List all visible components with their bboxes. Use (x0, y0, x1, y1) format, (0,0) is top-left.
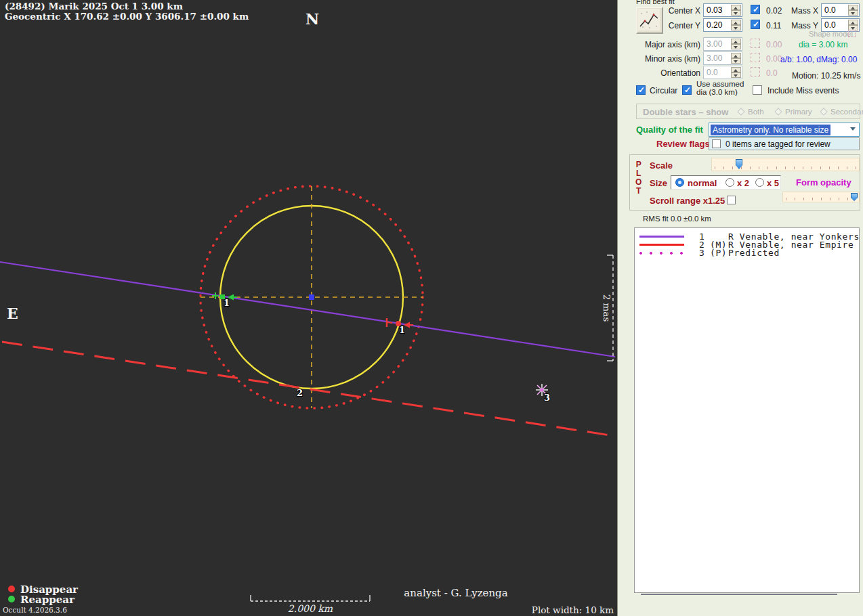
rms-fit-readout: RMS fit 0.0 ±0.0 km (643, 215, 711, 223)
scale-label: Scale (650, 160, 673, 171)
minor-axis-label: Minor axis (km) (631, 54, 700, 64)
scale-slider-thumb[interactable] (736, 159, 742, 169)
chord2-label: 2 (297, 388, 303, 398)
scale-slider[interactable] (711, 158, 860, 171)
use-assumed-dia-checkbox[interactable] (682, 85, 692, 95)
circular-label: Circular (650, 86, 677, 95)
observer-num: 3 (699, 248, 704, 257)
double-secondary-radio (820, 108, 827, 115)
minor-axis-value: 3.00 (707, 53, 722, 63)
center-x-err: 0.02 (766, 6, 782, 16)
observer-name: Predicted (728, 248, 780, 257)
km-scale-bar (251, 595, 370, 601)
fit-control-panel: Find best fit Center X 0.03 0.02 Mass X … (617, 0, 863, 616)
minor-axis-fit-checkbox (751, 53, 760, 62)
size-x2-radio[interactable] (725, 178, 734, 187)
major-axis-value: 3.00 (707, 39, 722, 49)
quality-selected-value: Astrometry only. No reliable size (711, 125, 830, 135)
use-assumed-line2: dia (3.0 km) (696, 89, 744, 97)
shape-model-checkbox (848, 30, 856, 37)
chord2-swatch (639, 244, 684, 246)
predicted-swatch (639, 252, 684, 255)
major-axis-err: 0.00 (766, 40, 782, 49)
east-label: E (7, 305, 18, 322)
orientation-value: 0.0 (707, 68, 718, 77)
chord1-end-label: 1 (399, 325, 405, 335)
orientation-err: 0.0 (766, 68, 778, 78)
quality-of-fit-dropdown[interactable]: Astrometry only. No reliable size (709, 123, 860, 137)
minor-axis-spin-arrows (731, 53, 741, 64)
center-mark[interactable] (309, 294, 314, 300)
chord1-start-label: 1 (224, 298, 230, 308)
dropdown-chevron-icon[interactable] (850, 127, 856, 131)
ab-dmag-readout: a/b: 1.00, dMag: 0.00 (780, 55, 857, 64)
major-axis-spin-arrows (731, 39, 741, 49)
plot-group-vertical-label: P L O T (635, 160, 641, 196)
include-miss-checkbox[interactable] (753, 85, 762, 95)
major-axis-fit-checkbox (751, 39, 760, 48)
review-flags-checkbox[interactable] (712, 139, 721, 148)
center-y-spin-arrows[interactable] (731, 20, 741, 30)
mass-x-value: 0.0 (824, 5, 836, 15)
chord-plot-canvas[interactable]: (28492) Marik 2025 Oct 1 3.00 km Geocent… (0, 0, 617, 616)
north-label: N (306, 10, 319, 28)
orientation-fit-checkbox (751, 67, 760, 76)
size-radio-group: normal x 2 x 5 (671, 175, 781, 190)
review-flags-text: 0 items are tagged for review (725, 139, 830, 149)
app-version-label: Occult 4.2026.3.6 (3, 606, 67, 614)
center-y-err: 0.11 (766, 21, 781, 30)
major-axis-spinner: 3.00 (703, 37, 742, 51)
reappear-legend-label: Reappear (20, 594, 75, 606)
form-opacity-slider-thumb[interactable] (851, 193, 858, 201)
center-x-spinner[interactable]: 0.03 (703, 3, 742, 17)
size-x2-label: x 2 (737, 178, 749, 188)
shape-model-label: Shape model (809, 30, 853, 38)
center-x-fit-checkbox[interactable] (751, 5, 760, 14)
major-axis-label: Major axis (km) (631, 40, 700, 49)
chord1-line[interactable] (0, 262, 615, 357)
size-label: Size (650, 178, 667, 188)
center-x-value: 0.03 (707, 5, 722, 15)
size-x5-radio[interactable] (755, 178, 764, 187)
center-y-value: 0.20 (707, 20, 722, 30)
mass-x-spinner[interactable]: 0.0 (821, 3, 860, 17)
scroll-range-checkbox[interactable] (727, 196, 736, 204)
form-opacity-slider[interactable] (782, 192, 860, 202)
review-flags-label: Review flags (656, 139, 710, 149)
find-best-fit-label: Find best fit (636, 0, 675, 5)
use-assumed-line1: Use assumed (696, 81, 744, 89)
panel-divider (641, 594, 837, 595)
double-both-radio (737, 108, 744, 115)
circular-checkbox[interactable] (636, 85, 646, 95)
double-secondary-label: Secondary (830, 108, 863, 116)
center-y-fit-checkbox[interactable] (751, 20, 760, 29)
observer-tag: (P) (710, 248, 727, 257)
orientation-label: Orientation (631, 68, 700, 78)
disappear-legend-dot (8, 586, 15, 592)
double-both-label: Both (748, 108, 764, 116)
motion-readout: Motion: 10.25 km/s (792, 71, 860, 81)
mas-bracket-label: 2 mas (602, 294, 612, 322)
scroll-range-label: Scroll range x1.25 (650, 196, 725, 206)
observer-row[interactable]: 3 (P) Predicted (635, 248, 859, 257)
mass-y-spin-arrows[interactable] (848, 20, 858, 30)
plot-width-label: Plot width: 10 km (532, 604, 614, 615)
observer-list[interactable]: 1 R Venable, near Yonkers 2 (M) R Venabl… (634, 227, 860, 593)
reappear-legend-dot (8, 596, 15, 602)
center-y-spinner[interactable]: 0.20 (703, 18, 742, 32)
center-y-label: Center Y (631, 21, 700, 30)
center-x-label: Center X (631, 6, 700, 16)
plot-controls-group: P L O T Scale Size normal x 2 x 5 Form o… (629, 154, 860, 211)
chord-plot-svg: (28492) Marik 2025 Oct 1 3.00 km Geocent… (0, 0, 617, 616)
minor-axis-spinner: 3.00 (703, 51, 742, 65)
plot-title-line1: (28492) Marik 2025 Oct 1 3.00 km (5, 1, 183, 12)
minor-axis-err: 0.00 (766, 54, 782, 64)
size-normal-label: normal (688, 178, 717, 188)
double-primary-radio (774, 108, 782, 115)
mass-x-spin-arrows[interactable] (848, 5, 858, 16)
analyst-label: analyst - G. Lyzenga (404, 587, 507, 599)
quality-of-fit-label: Quality of the fit (636, 125, 703, 135)
double-primary-label: Primary (785, 108, 812, 116)
size-normal-radio[interactable] (675, 178, 684, 187)
center-x-spin-arrows[interactable] (731, 5, 741, 16)
